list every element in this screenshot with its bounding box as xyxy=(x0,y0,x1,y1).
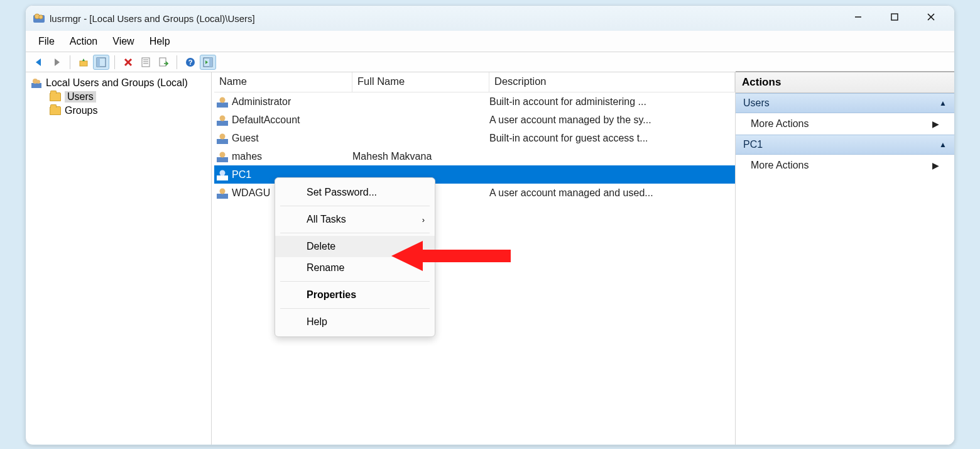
main-area: Local Users and Groups (Local) Users Gro… xyxy=(26,72,954,445)
svg-text:?: ? xyxy=(188,58,193,66)
svg-point-33 xyxy=(220,170,226,175)
context-properties[interactable]: Properties xyxy=(275,284,435,306)
svg-rect-9 xyxy=(97,58,100,67)
toolbar: ? xyxy=(26,52,954,72)
svg-rect-12 xyxy=(142,58,150,67)
context-delete[interactable]: Delete xyxy=(275,236,435,257)
users-groups-root-icon xyxy=(31,77,42,89)
delete-icon[interactable] xyxy=(120,55,136,70)
user-icon xyxy=(217,114,228,126)
menu-separator xyxy=(280,206,430,206)
folder-icon xyxy=(50,106,61,115)
tree-root-label: Local Users and Groups (Local) xyxy=(46,77,188,89)
user-name: PC1 xyxy=(232,169,251,180)
tree-pane: Local Users and Groups (Local) Users Gro… xyxy=(26,72,212,445)
actions-section-users-label: Users xyxy=(743,97,770,109)
user-description: A user account managed by the sy... xyxy=(489,114,735,126)
properties-icon[interactable] xyxy=(138,55,154,70)
app-icon xyxy=(33,13,45,24)
table-row[interactable]: DefaultAccountA user account managed by … xyxy=(214,111,735,129)
minimize-button[interactable] xyxy=(849,9,868,28)
column-headers: Name Full Name Description xyxy=(214,72,735,92)
context-rename[interactable]: Rename xyxy=(275,257,435,279)
toolbar-separator xyxy=(177,55,177,69)
col-description-header[interactable]: Description xyxy=(489,72,735,92)
tree-node-groups[interactable]: Groups xyxy=(28,104,209,118)
svg-rect-16 xyxy=(160,58,166,66)
svg-point-29 xyxy=(220,133,226,139)
svg-rect-26 xyxy=(217,121,228,126)
user-name: Guest xyxy=(232,133,259,144)
collapse-caret-icon: ▲ xyxy=(939,140,947,149)
nav-back-icon[interactable] xyxy=(31,55,47,70)
menu-file[interactable]: File xyxy=(31,32,62,51)
menu-action[interactable]: Action xyxy=(62,32,105,51)
up-level-icon[interactable] xyxy=(75,55,92,70)
titlebar: lusrmgr - [Local Users and Groups (Local… xyxy=(26,6,954,31)
context-menu: Set Password... All Tasks › Delete Renam… xyxy=(275,177,435,337)
menubar: File Action View Help xyxy=(26,31,954,52)
tree-root[interactable]: Local Users and Groups (Local) xyxy=(28,76,209,90)
actions-section-item[interactable]: PC1 ▲ xyxy=(736,135,954,155)
svg-rect-34 xyxy=(217,194,228,199)
table-row[interactable]: GuestBuilt-in account for guest access t… xyxy=(214,129,735,147)
user-name: Administrator xyxy=(232,96,291,108)
table-row[interactable]: mahesMahesh Makvana xyxy=(214,147,735,165)
user-description: Built-in account for administering ... xyxy=(489,96,735,108)
context-all-tasks[interactable]: All Tasks › xyxy=(275,209,435,230)
more-actions-label: More Actions xyxy=(751,160,808,171)
menu-separator xyxy=(280,308,430,309)
window-title: lusrmgr - [Local Users and Groups (Local… xyxy=(50,13,255,24)
export-list-icon[interactable] xyxy=(155,55,172,70)
nav-forward-icon[interactable] xyxy=(48,55,65,70)
close-button[interactable] xyxy=(922,9,940,28)
menu-view[interactable]: View xyxy=(105,32,141,51)
actions-section-item-label: PC1 xyxy=(743,139,763,150)
context-set-password[interactable]: Set Password... xyxy=(275,182,435,203)
context-all-tasks-label: All Tasks xyxy=(307,214,346,224)
maximize-button[interactable] xyxy=(885,9,904,28)
actions-section-users[interactable]: Users ▲ xyxy=(736,93,954,113)
user-icon xyxy=(217,96,228,108)
menu-help[interactable]: Help xyxy=(142,32,178,51)
chevron-right-icon: ▶ xyxy=(932,160,939,170)
user-icon xyxy=(217,187,228,199)
svg-rect-30 xyxy=(217,157,228,162)
svg-rect-20 xyxy=(209,58,212,67)
col-name-header[interactable]: Name xyxy=(214,72,352,92)
svg-rect-28 xyxy=(217,139,228,144)
chevron-right-icon: ▶ xyxy=(932,119,939,129)
svg-point-23 xyxy=(36,80,40,84)
user-fullname: Mahesh Makvana xyxy=(352,151,489,162)
table-row[interactable]: AdministratorBuilt-in account for admini… xyxy=(214,92,735,111)
svg-rect-7 xyxy=(80,61,87,66)
svg-point-35 xyxy=(220,188,226,194)
show-hide-action-pane-icon[interactable] xyxy=(200,55,216,70)
user-icon xyxy=(217,133,228,144)
svg-point-25 xyxy=(220,97,226,103)
actions-pane: Actions Users ▲ More Actions ▶ PC1 ▲ Mor… xyxy=(736,71,954,445)
col-fullname-header[interactable]: Full Name xyxy=(352,72,489,92)
help-icon[interactable]: ? xyxy=(182,55,199,70)
tree-groups-label: Groups xyxy=(65,105,97,116)
user-name: WDAGU xyxy=(232,187,270,199)
svg-point-2 xyxy=(39,15,43,19)
app-window: lusrmgr - [Local Users and Groups (Local… xyxy=(25,5,955,445)
toolbar-separator xyxy=(70,55,70,69)
user-description: Built-in account for guest access t... xyxy=(489,133,735,144)
svg-rect-24 xyxy=(217,103,228,108)
tree-node-users[interactable]: Users xyxy=(28,90,209,104)
submenu-arrow-icon: › xyxy=(422,215,425,224)
context-help[interactable]: Help xyxy=(275,311,435,333)
svg-point-27 xyxy=(220,115,226,121)
user-description: A user account managed and used... xyxy=(489,187,735,199)
user-icon xyxy=(217,151,228,162)
user-name: DefaultAccount xyxy=(232,114,300,126)
menu-separator xyxy=(280,281,430,282)
action-more-actions-item[interactable]: More Actions ▶ xyxy=(736,155,954,176)
more-actions-label: More Actions xyxy=(751,118,808,130)
window-controls xyxy=(849,9,950,28)
show-hide-tree-icon[interactable] xyxy=(93,55,109,70)
tree-users-label: Users xyxy=(65,91,96,103)
action-more-actions-users[interactable]: More Actions ▶ xyxy=(736,113,954,135)
